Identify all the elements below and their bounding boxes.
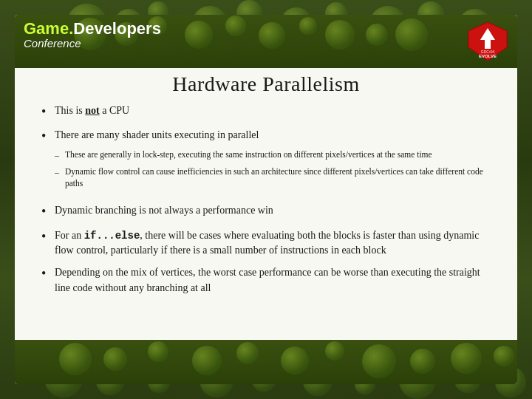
- bullet-4-text: For an if...else, there will be cases wh…: [55, 228, 491, 259]
- evolve-shield-icon: EVOLVE GDC•04: [467, 21, 508, 62]
- bullet-1-after: a CPU: [100, 105, 129, 116]
- bullet-1-text: This is not a CPU: [55, 103, 491, 118]
- bullet-item-4: • For an if...else, there will be cases …: [41, 228, 491, 259]
- logo-game-accent: Game.: [24, 19, 73, 38]
- evolve-badge: EVOLVE GDC•04: [467, 21, 508, 62]
- sub-dash-1: –: [55, 149, 65, 162]
- bullet-5-text: Depending on the mix of vertices, the wo…: [55, 265, 491, 296]
- sub-text-2-1: These are generally in lock-step, execut…: [65, 149, 491, 160]
- bullet-item-1: • This is not a CPU: [41, 103, 491, 120]
- logo-conference: Conference: [24, 37, 161, 50]
- sub-bullets-2: – These are generally in lock-step, exec…: [55, 149, 491, 194]
- logo-developers: Developers: [73, 19, 161, 38]
- svg-text:GDC•04: GDC•04: [481, 50, 495, 54]
- sub-bullet-2-1: – These are generally in lock-step, exec…: [55, 149, 491, 162]
- bullet-item-2: • There are many shader units executing …: [41, 128, 491, 196]
- sub-dash-2: –: [55, 166, 65, 179]
- bullet-2-text: There are many shader units executing in…: [55, 128, 259, 143]
- bullet-1-marker: •: [41, 103, 55, 120]
- bullet-3-text: Dynamic branching is not always a perfor…: [55, 203, 491, 218]
- sub-text-2-2: Dynamic flow control can cause inefficie…: [65, 166, 491, 189]
- sub-bullet-2-2: – Dynamic flow control can cause ineffic…: [55, 166, 491, 189]
- bullet-5-marker: •: [41, 265, 55, 282]
- bullet-item-5: • Depending on the mix of vertices, the …: [41, 265, 491, 296]
- logo-game: Game.Developers: [24, 19, 161, 38]
- bullet-2-marker: •: [41, 128, 55, 145]
- bullet-4-code: if...else: [84, 230, 140, 242]
- bullet-item-3: • Dynamic branching is not always a perf…: [41, 203, 491, 220]
- bullet-4-before: For an: [55, 230, 84, 241]
- svg-text:EVOLVE: EVOLVE: [479, 54, 497, 58]
- content-area: • This is not a CPU • There are many sha…: [41, 103, 491, 336]
- bottom-strip: [15, 340, 517, 384]
- logo: Game.Developers Conference: [24, 21, 161, 50]
- bullet-4-marker: •: [41, 228, 55, 245]
- bullet-1-before: This is: [55, 105, 85, 116]
- header-bar: Game.Developers Conference EVOLVE GDC•04: [15, 15, 517, 68]
- page-title: Hardware Parallelism: [15, 72, 517, 96]
- bullet-1-bold: not: [85, 105, 99, 116]
- bullet-3-marker: •: [41, 203, 55, 220]
- slide: Game.Developers Conference EVOLVE GDC•04…: [15, 15, 517, 384]
